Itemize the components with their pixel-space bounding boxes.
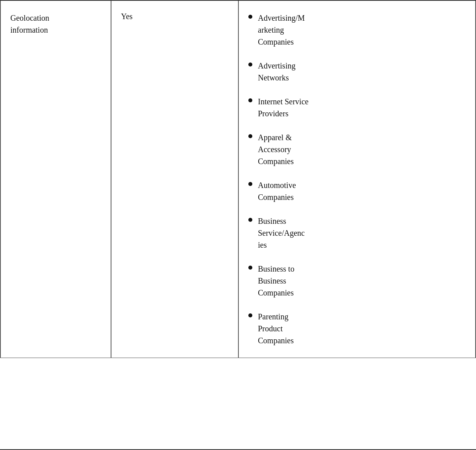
companies-list: Advertising/MarketingCompanies Advertisi… — [248, 12, 466, 346]
disclosed-value: Yes — [121, 12, 133, 21]
company-name: AutomotiveCompanies — [258, 179, 466, 203]
bullet-icon — [248, 266, 252, 270]
bullet-icon — [248, 134, 252, 138]
disclosed-cell: Yes — [111, 1, 239, 358]
data-table: Geolocation information Yes Advertising/… — [0, 0, 476, 450]
company-name: Internet ServiceProviders — [258, 96, 466, 119]
list-item: AdvertisingNetworks — [248, 60, 466, 84]
category-line2: information — [10, 25, 48, 34]
list-item: BusinessService/Agencies — [248, 215, 466, 251]
list-item: Business toBusinessCompanies — [248, 263, 466, 299]
bullet-icon — [248, 182, 252, 186]
bullet-icon — [248, 218, 252, 222]
company-name: Advertising/MarketingCompanies — [258, 12, 466, 48]
company-name: BusinessService/Agencies — [258, 215, 466, 251]
category-text: Geolocation information — [10, 14, 49, 34]
company-name: ParentingProductCompanies — [258, 311, 466, 346]
category-cell: Geolocation information — [0, 1, 111, 358]
bullet-icon — [248, 313, 252, 317]
company-name: Business toBusinessCompanies — [258, 263, 466, 299]
list-item: Apparel &AccessoryCompanies — [248, 131, 466, 167]
company-name: Apparel &AccessoryCompanies — [258, 131, 466, 167]
companies-cell: Advertising/MarketingCompanies Advertisi… — [239, 1, 476, 358]
list-item: Advertising/MarketingCompanies — [248, 12, 466, 48]
bullet-icon — [248, 15, 252, 19]
company-name: AdvertisingNetworks — [258, 60, 466, 84]
list-item: AutomotiveCompanies — [248, 179, 466, 203]
table-row: Geolocation information Yes Advertising/… — [0, 1, 476, 358]
bullet-icon — [248, 98, 252, 102]
list-item: Internet ServiceProviders — [248, 96, 466, 119]
category-line1: Geolocation — [10, 14, 49, 22]
list-item: ParentingProductCompanies — [248, 311, 466, 346]
bullet-icon — [248, 63, 252, 67]
